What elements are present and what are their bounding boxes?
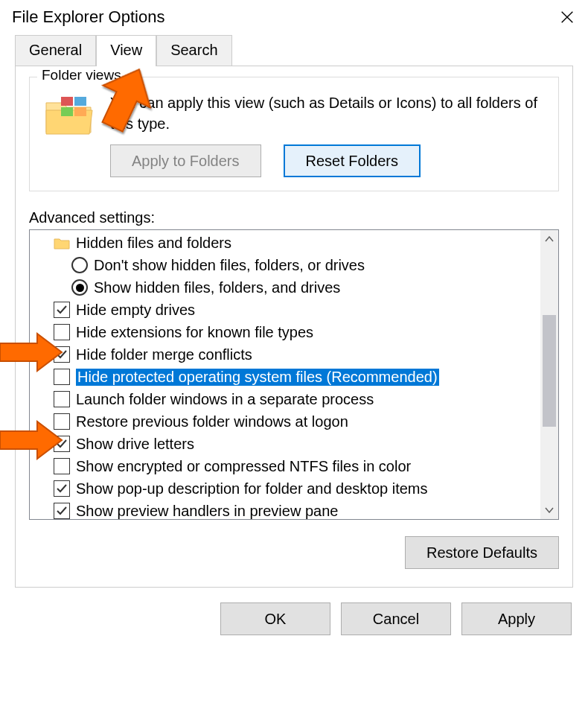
radio-show-hidden[interactable]: Show hidden files, folders, and drives (30, 276, 540, 299)
checkbox-label: Hide folder merge conflicts (76, 346, 252, 363)
chk-launch-separate-process[interactable]: Launch folder windows in a separate proc… (30, 388, 540, 410)
scroll-up-icon[interactable] (540, 230, 558, 248)
tab-view[interactable]: View (96, 35, 156, 66)
checkbox-label: Launch folder windows in a separate proc… (76, 391, 374, 408)
svg-rect-1 (74, 97, 86, 106)
reset-folders-button[interactable]: Reset Folders (284, 144, 421, 177)
folder-icon (43, 92, 95, 137)
chk-hide-empty-drives[interactable]: Hide empty drives (30, 299, 540, 321)
checkbox-label: Show pop-up description for folder and d… (76, 480, 428, 497)
checkbox-icon (54, 503, 70, 519)
radio-icon (71, 279, 88, 296)
window-title: File Explorer Options (12, 7, 164, 27)
chk-hide-protected-os-files[interactable]: Hide protected operating system files (R… (30, 366, 540, 388)
group-label: Hidden files and folders (76, 235, 231, 252)
checkbox-icon (54, 436, 70, 452)
checkbox-label: Hide empty drives (76, 302, 195, 319)
chk-restore-previous-windows[interactable]: Restore previous folder windows at logon (30, 410, 540, 433)
chk-hide-merge-conflicts[interactable]: Hide folder merge conflicts (30, 343, 540, 366)
svg-rect-0 (61, 97, 73, 106)
advanced-settings-list: Hidden files and folders Don't show hidd… (29, 229, 559, 520)
apply-button[interactable]: Apply (461, 602, 572, 635)
checkbox-label: Show encrypted or compressed NTFS files … (76, 458, 411, 475)
tabs: General View Search (15, 34, 573, 66)
close-icon[interactable] (558, 8, 576, 26)
folder-views-title: Folder views (37, 67, 126, 83)
checkbox-label: Hide protected operating system files (R… (76, 369, 439, 386)
folder-icon (54, 236, 70, 249)
scrollbar[interactable] (540, 230, 558, 519)
cancel-button[interactable]: Cancel (341, 602, 451, 635)
tab-search[interactable]: Search (156, 35, 231, 66)
group-hidden-files: Hidden files and folders (30, 232, 540, 254)
checkbox-label: Restore previous folder windows at logon (76, 413, 348, 430)
checkbox-icon (54, 302, 70, 318)
chk-show-preview-handlers[interactable]: Show preview handlers in preview pane (30, 500, 540, 519)
advanced-settings-label: Advanced settings: (29, 209, 559, 226)
chk-show-encrypted-color[interactable]: Show encrypted or compressed NTFS files … (30, 455, 540, 477)
checkbox-icon (54, 346, 70, 363)
content: PCrisk General View Search Folder views (0, 34, 588, 588)
folder-views-group: Folder views You can apply this view (su… (29, 77, 559, 191)
svg-rect-2 (61, 107, 73, 116)
chk-show-drive-letters[interactable]: Show drive letters (30, 433, 540, 455)
checkbox-label: Show drive letters (76, 436, 194, 453)
svg-rect-3 (74, 107, 86, 116)
folder-views-description: You can apply this view (such as Details… (110, 92, 545, 134)
radio-icon (71, 257, 88, 273)
checkbox-label: Show preview handlers in preview pane (76, 503, 338, 520)
radio-label: Don't show hidden files, folders, or dri… (94, 257, 365, 274)
checkbox-icon (54, 324, 70, 340)
radio-dont-show-hidden[interactable]: Don't show hidden files, folders, or dri… (30, 254, 540, 276)
checkbox-icon (54, 480, 70, 497)
checkbox-icon (54, 369, 70, 385)
dialog-buttons: OK Cancel Apply (0, 588, 588, 635)
checkbox-icon (54, 391, 70, 407)
restore-defaults-button[interactable]: Restore Defaults (405, 536, 559, 569)
radio-label: Show hidden files, folders, and drives (94, 279, 340, 296)
chk-hide-extensions[interactable]: Hide extensions for known file types (30, 321, 540, 343)
checkbox-label: Hide extensions for known file types (76, 324, 313, 341)
tabpanel-view: Folder views You can apply this view (su… (15, 66, 573, 588)
chk-show-popup-description[interactable]: Show pop-up description for folder and d… (30, 477, 540, 500)
ok-button[interactable]: OK (220, 602, 330, 635)
checkbox-icon (54, 458, 70, 474)
scroll-down-icon[interactable] (540, 501, 558, 519)
apply-to-folders-button: Apply to Folders (110, 144, 261, 177)
tab-general[interactable]: General (15, 35, 96, 66)
checkbox-icon (54, 413, 70, 430)
scroll-track[interactable] (540, 248, 558, 501)
titlebar: File Explorer Options (0, 0, 588, 34)
scroll-thumb[interactable] (543, 315, 556, 427)
